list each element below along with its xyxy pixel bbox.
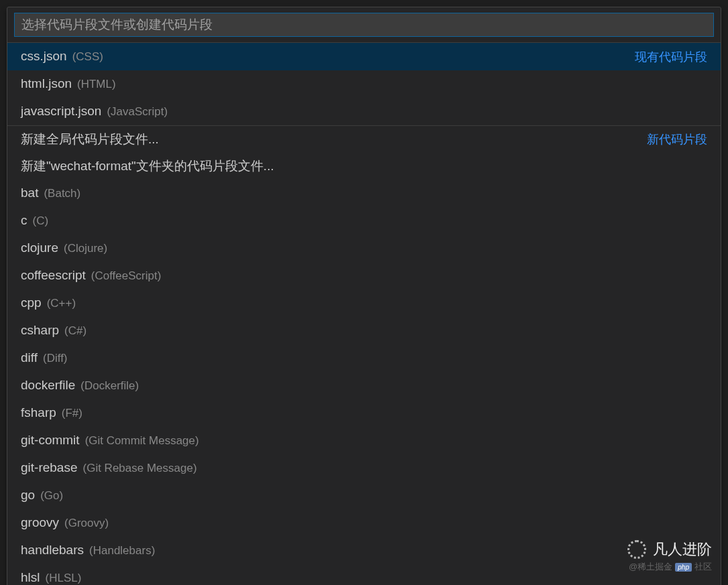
item-name: fsharp	[21, 403, 56, 422]
item-left: groovy(Groovy)	[21, 513, 109, 533]
item-desc: (Handlebars)	[89, 541, 155, 560]
list-item[interactable]: 新建全局代码片段文件...新代码片段	[7, 125, 721, 153]
item-left: 新建"wechat-format"文件夹的代码片段文件...	[21, 157, 274, 176]
item-desc: (C)	[33, 212, 49, 231]
item-name: csharp	[21, 321, 59, 340]
item-desc: (Dockerfile)	[80, 377, 139, 395]
item-name: coffeescript	[21, 266, 86, 285]
item-left: css.json(CSS)	[21, 47, 103, 66]
list-item[interactable]: cpp(C++)	[7, 289, 721, 317]
item-name: hlsl	[21, 568, 40, 585]
item-desc: (C++)	[47, 294, 76, 313]
item-desc: (Diff)	[43, 349, 68, 368]
watermark-sub-prefix: @稀土掘金	[629, 561, 672, 573]
item-name: 新建全局代码片段文件...	[21, 130, 159, 149]
list-item[interactable]: git-rebase(Git Rebase Message)	[7, 454, 721, 482]
snippet-search-input[interactable]	[14, 13, 714, 37]
list-item[interactable]: groovy(Groovy)	[7, 509, 721, 537]
list-item[interactable]: fsharp(F#)	[7, 399, 721, 427]
item-desc: (Groovy)	[64, 514, 109, 533]
list-item[interactable]: dockerfile(Dockerfile)	[7, 372, 721, 399]
item-left: clojure(Clojure)	[21, 239, 107, 258]
watermark-sub-suffix: 社区	[694, 561, 712, 573]
item-name: cpp	[21, 294, 42, 312]
group-badge: 新代码片段	[647, 130, 707, 149]
item-left: handlebars(Handlebars)	[21, 541, 155, 560]
item-name: go	[21, 486, 35, 505]
item-left: c(C)	[21, 211, 48, 231]
item-desc: (Git Rebase Message)	[83, 459, 197, 478]
item-name: css.json	[21, 47, 67, 66]
list-item[interactable]: diff(Diff)	[7, 344, 721, 372]
list-item[interactable]: git-commit(Git Commit Message)	[7, 427, 721, 454]
item-desc: (CoffeeScript)	[91, 267, 162, 285]
list-item[interactable]: bat(Batch)	[7, 180, 721, 207]
list-item[interactable]: css.json(CSS)现有代码片段	[7, 43, 721, 70]
item-left: diff(Diff)	[21, 348, 68, 368]
item-left: git-rebase(Git Rebase Message)	[21, 458, 197, 478]
item-desc: (Batch)	[44, 184, 80, 203]
item-name: git-commit	[21, 431, 80, 450]
snippet-list: css.json(CSS)现有代码片段html.json(HTML)javasc…	[7, 43, 721, 585]
list-item[interactable]: coffeescript(CoffeeScript)	[7, 262, 721, 289]
group-badge: 现有代码片段	[635, 48, 707, 66]
item-left: html.json(HTML)	[21, 74, 116, 94]
item-left: coffeescript(CoffeeScript)	[21, 266, 161, 285]
item-name: git-rebase	[21, 458, 78, 477]
item-name: bat	[21, 184, 38, 202]
list-item[interactable]: go(Go)	[7, 482, 721, 509]
item-left: dockerfile(Dockerfile)	[21, 376, 139, 395]
list-item[interactable]: c(C)	[7, 207, 721, 235]
list-item[interactable]: csharp(C#)	[7, 317, 721, 344]
item-name: diff	[21, 348, 38, 367]
item-left: git-commit(Git Commit Message)	[21, 431, 199, 450]
item-name: clojure	[21, 239, 58, 257]
item-name: dockerfile	[21, 376, 75, 395]
item-left: fsharp(F#)	[21, 403, 82, 423]
item-left: 新建全局代码片段文件...	[21, 130, 159, 149]
item-desc: (F#)	[62, 404, 82, 423]
quickpick-panel: css.json(CSS)现有代码片段html.json(HTML)javasc…	[7, 7, 721, 585]
watermark-subtitle: @稀土掘金 php 社区	[629, 561, 712, 573]
item-desc: (C#)	[64, 322, 86, 340]
watermark: 凡人进阶 @稀土掘金 php 社区	[627, 539, 712, 573]
spinner-icon	[627, 540, 646, 559]
watermark-title: 凡人进阶	[653, 539, 712, 560]
item-desc: (Git Commit Message)	[85, 432, 199, 450]
item-left: javascript.json(JavaScript)	[21, 102, 168, 121]
list-item[interactable]: javascript.json(JavaScript)	[7, 98, 721, 125]
item-left: hlsl(HLSL)	[21, 568, 81, 585]
item-name: handlebars	[21, 541, 84, 560]
list-item[interactable]: 新建"wechat-format"文件夹的代码片段文件...	[7, 153, 721, 180]
list-item[interactable]: hlsl(HLSL)	[7, 564, 721, 585]
item-desc: (HTML)	[77, 75, 116, 94]
item-desc: (Go)	[40, 486, 63, 505]
item-left: go(Go)	[21, 486, 63, 505]
item-left: cpp(C++)	[21, 294, 76, 313]
item-desc: (CSS)	[72, 48, 103, 66]
item-left: bat(Batch)	[21, 184, 80, 203]
list-item[interactable]: handlebars(Handlebars)	[7, 537, 721, 564]
item-name: javascript.json	[21, 102, 101, 121]
item-name: c	[21, 211, 27, 230]
input-container	[7, 7, 721, 43]
list-item[interactable]: html.json(HTML)	[7, 70, 721, 98]
item-desc: (HLSL)	[46, 569, 82, 585]
item-name: html.json	[21, 74, 72, 93]
item-left: csharp(C#)	[21, 321, 86, 340]
watermark-top: 凡人进阶	[627, 539, 712, 560]
item-name: 新建"wechat-format"文件夹的代码片段文件...	[21, 157, 274, 176]
item-name: groovy	[21, 513, 59, 532]
watermark-tag: php	[675, 563, 692, 572]
item-desc: (JavaScript)	[107, 103, 168, 121]
list-item[interactable]: clojure(Clojure)	[7, 235, 721, 262]
item-desc: (Clojure)	[64, 239, 107, 258]
